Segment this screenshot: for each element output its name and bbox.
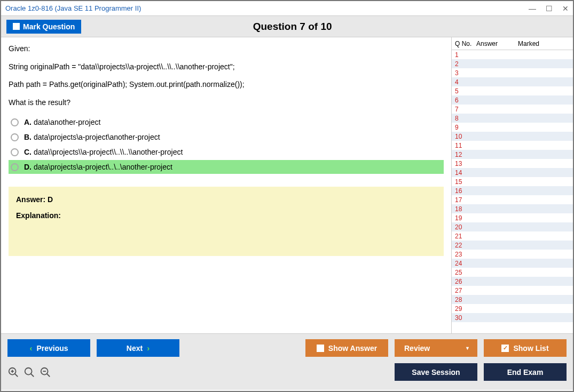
mark-question-button[interactable]: Mark Question [6,20,81,34]
review-button[interactable]: Review ▼ [395,339,477,357]
sidebar-row-qno: 13 [452,160,476,167]
sidebar-row[interactable]: 26 [452,277,573,286]
zoom-out-icon[interactable] [40,366,51,378]
sidebar-row[interactable]: 9 [452,123,573,132]
sidebar-row[interactable]: 8 [452,114,573,123]
close-icon[interactable]: ✕ [562,4,569,13]
sidebar-row[interactable]: 24 [452,259,573,268]
option-text: C.data\\projects\\a-project\\..\\..\\ano… [24,148,183,156]
sidebar-row[interactable]: 17 [452,195,573,204]
sidebar-row[interactable]: 18 [452,204,573,213]
footer-row-1: ‹ Previous Next › Show Answer Review ▼ ✓… [7,339,567,357]
question-line-3: Path path = Paths.get(originalPath); Sys… [9,79,444,90]
show-list-button[interactable]: ✓ Show List [484,339,567,357]
sidebar-row-qno: 29 [452,305,476,313]
answer-panel: Answer: D Explanation: [9,187,444,256]
sidebar-row-qno: 9 [452,124,476,131]
maximize-icon[interactable]: ☐ [546,4,553,13]
sidebar-row[interactable]: 12 [452,150,573,159]
checkbox-icon [317,345,324,352]
sidebar-row-qno: 15 [452,178,476,186]
sidebar-row[interactable]: 6 [452,95,573,105]
sidebar-row-qno: 10 [452,133,476,140]
sidebar-row-qno: 19 [452,214,476,222]
sidebar-row[interactable]: 25 [452,268,573,277]
sidebar-row[interactable]: 4 [452,77,573,86]
sidebar-row-qno: 5 [452,87,476,95]
chevron-down-icon: ▼ [465,346,470,351]
previous-button[interactable]: ‹ Previous [7,339,90,357]
radio-icon [11,148,19,156]
end-exam-button[interactable]: End Exam [484,363,567,381]
footer-bar: ‹ Previous Next › Show Answer Review ▼ ✓… [1,333,573,390]
sidebar-row[interactable]: 27 [452,286,573,295]
answer-label: Answer: D [16,195,436,204]
save-session-button[interactable]: Save Session [395,363,477,381]
question-line-4: What is the result? [9,98,444,108]
option-b[interactable]: B.data\projects\a-project\another-projec… [9,130,444,144]
sidebar-row[interactable]: 10 [452,132,573,141]
checkbox-icon [13,23,20,30]
sidebar-row-qno: 4 [452,78,476,86]
option-text: A.data\another-project [24,118,100,126]
minimize-icon[interactable]: — [529,4,536,13]
sidebar-row[interactable]: 14 [452,168,573,177]
sidebar-row-qno: 14 [452,169,476,177]
sidebar-row-qno: 2 [452,60,476,68]
header-bar: Mark Question Question 7 of 10 [1,16,573,37]
sidebar-row-qno: 11 [452,142,476,149]
show-answer-label: Show Answer [328,344,377,353]
option-a[interactable]: A.data\another-project [9,115,444,129]
sidebar-row[interactable]: 15 [452,177,573,186]
sidebar-row[interactable]: 11 [452,141,573,150]
sidebar-row[interactable]: 3 [452,68,573,77]
sidebar-row-qno: 8 [452,115,476,122]
sidebar-row[interactable]: 20 [452,222,573,231]
option-d[interactable]: D.data\projects\a-project\..\..\another-… [9,160,444,174]
question-content: Given: String originalPath = "data\\proj… [1,37,451,333]
sidebar-row-qno: 27 [452,287,476,294]
sidebar-row-qno: 18 [452,205,476,213]
main-area: Given: String originalPath = "data\\proj… [1,37,573,333]
sidebar-row[interactable]: 2 [452,59,573,68]
sidebar-header: Q No. Answer Marked [452,37,573,50]
sidebar-row[interactable]: 13 [452,159,573,168]
option-text: B.data\projects\a-project\another-projec… [24,133,160,141]
next-button[interactable]: Next › [97,339,179,357]
show-list-label: Show List [513,344,548,353]
explanation-label: Explanation: [16,211,436,220]
sidebar-header-marked: Marked [518,40,573,47]
previous-label: Previous [36,344,68,353]
zoom-reset-icon[interactable] [23,366,35,378]
option-c[interactable]: C.data\\projects\\a-project\\..\\..\\ano… [9,145,444,159]
sidebar-row[interactable]: 29 [452,304,573,313]
show-answer-button[interactable]: Show Answer [305,339,388,357]
chevron-left-icon: ‹ [29,343,32,353]
options-group: A.data\another-project B.data\projects\a… [9,115,444,174]
footer-right-buttons: Save Session End Exam [395,363,567,381]
sidebar-row[interactable]: 16 [452,186,573,195]
mark-question-label: Mark Question [23,22,75,31]
sidebar-row-qno: 3 [452,69,476,77]
svg-point-4 [25,367,32,374]
sidebar-row[interactable]: 5 [452,86,573,95]
sidebar-row-qno: 16 [452,187,476,195]
sidebar-row[interactable]: 28 [452,295,573,304]
sidebar-row-qno: 24 [452,260,476,267]
zoom-in-icon[interactable] [7,366,19,378]
sidebar-row[interactable]: 7 [452,105,573,114]
sidebar-row[interactable]: 21 [452,231,573,241]
sidebar-row[interactable]: 1 [452,50,573,59]
svg-line-1 [15,373,18,377]
sidebar-body[interactable]: 1234567891011121314151617181920212223242… [452,50,573,333]
sidebar-row[interactable]: 22 [452,241,573,250]
sidebar-row-qno: 17 [452,196,476,204]
sidebar-row-qno: 23 [452,251,476,258]
sidebar-row[interactable]: 30 [452,313,573,322]
chevron-right-icon: › [147,343,150,353]
sidebar-header-answer: Answer [476,40,518,47]
window-title: Oracle 1z0-816 (Java SE 11 Programmer II… [5,4,529,12]
sidebar-row[interactable]: 23 [452,250,573,259]
next-label: Next [127,344,143,353]
sidebar-row[interactable]: 19 [452,213,573,222]
